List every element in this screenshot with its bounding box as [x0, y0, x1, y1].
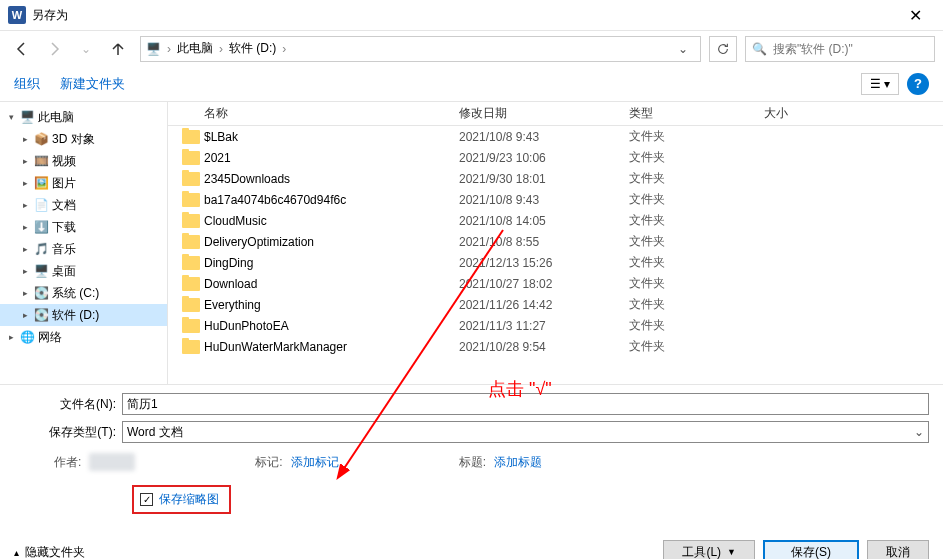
tags-value[interactable]: 添加标记 [291, 454, 339, 471]
column-type[interactable]: 类型 [629, 105, 764, 122]
filename-label: 文件名(N): [14, 396, 122, 413]
folder-icon [182, 193, 200, 207]
picture-icon: 🖼️ [32, 176, 50, 190]
tree-item[interactable]: ▸💽软件 (D:) [0, 304, 167, 326]
caret-right-icon[interactable]: ▸ [18, 310, 32, 320]
refresh-button[interactable] [709, 36, 737, 62]
tree-item[interactable]: ▸🖥️桌面 [0, 260, 167, 282]
music-icon: 🎵 [32, 242, 50, 256]
folder-icon [182, 340, 200, 354]
pc-icon: 🖥️ [145, 41, 161, 57]
hide-folders-toggle[interactable]: ▴ 隐藏文件夹 [14, 544, 85, 560]
breadcrumb-separator: › [165, 42, 173, 56]
tree-item[interactable]: ▸📦3D 对象 [0, 128, 167, 150]
breadcrumb-dropdown[interactable]: ⌄ [670, 42, 696, 56]
file-row[interactable]: 2345Downloads2021/9/30 18:01文件夹 [168, 168, 943, 189]
file-list: 名称 修改日期 类型 大小 $LBak2021/10/8 9:43文件夹2021… [168, 102, 943, 384]
caret-right-icon[interactable]: ▸ [18, 244, 32, 254]
cube-icon: 📦 [32, 132, 50, 146]
save-button[interactable]: 保存(S) [763, 540, 859, 559]
folder-icon [182, 151, 200, 165]
caret-up-icon: ▴ [14, 547, 19, 558]
chevron-down-icon: ⌄ [914, 425, 924, 439]
folder-icon [182, 277, 200, 291]
breadcrumb-current[interactable]: 软件 (D:) [225, 40, 280, 57]
caret-right-icon[interactable]: ▸ [18, 200, 32, 210]
tree-item[interactable]: ▸💽系统 (C:) [0, 282, 167, 304]
file-row[interactable]: Everything2021/11/26 14:42文件夹 [168, 294, 943, 315]
tree-item[interactable]: ▸🎵音乐 [0, 238, 167, 260]
file-row[interactable]: DingDing2021/12/13 15:26文件夹 [168, 252, 943, 273]
file-row[interactable]: HuDunWaterMarkManager2021/10/28 9:54文件夹 [168, 336, 943, 357]
caret-right-icon[interactable]: ▸ [18, 266, 32, 276]
pc-icon: 🖥️ [18, 110, 36, 124]
column-date[interactable]: 修改日期 [459, 105, 629, 122]
caret-right-icon[interactable]: ▸ [18, 156, 32, 166]
tags-label: 标记: [255, 454, 282, 471]
breadcrumb-bar[interactable]: 🖥️ › 此电脑 › 软件 (D:) › ⌄ [140, 36, 701, 62]
caret-right-icon[interactable]: ▸ [18, 288, 32, 298]
caret-right-icon[interactable]: ▸ [18, 134, 32, 144]
filename-input[interactable] [122, 393, 929, 415]
footer: ▴ 隐藏文件夹 工具(L)▼ 保存(S) 取消 [0, 534, 943, 559]
tree-item[interactable]: ▸🖼️图片 [0, 172, 167, 194]
navigation-bar: ⌄ 🖥️ › 此电脑 › 软件 (D:) › ⌄ 🔍 [0, 30, 943, 66]
file-row[interactable]: $LBak2021/10/8 9:43文件夹 [168, 126, 943, 147]
thumbnail-checkbox-highlight: ✓ 保存缩略图 [132, 485, 231, 514]
search-icon: 🔍 [752, 42, 767, 56]
thumbnail-checkbox-label: 保存缩略图 [159, 491, 219, 508]
file-row[interactable]: Download2021/10/27 18:02文件夹 [168, 273, 943, 294]
caret-right-icon[interactable]: ▸ [18, 222, 32, 232]
tree-item[interactable]: ▸🎞️视频 [0, 150, 167, 172]
caret-right-icon[interactable]: ▸ [4, 332, 18, 342]
breadcrumb-separator: › [280, 42, 288, 56]
filetype-select[interactable]: Word 文档 ⌄ [122, 421, 929, 443]
network-icon: 🌐 [18, 330, 36, 344]
column-size[interactable]: 大小 [764, 105, 844, 122]
back-button[interactable] [8, 36, 36, 62]
new-folder-button[interactable]: 新建文件夹 [60, 75, 125, 93]
search-box[interactable]: 🔍 [745, 36, 935, 62]
tree-this-pc[interactable]: ▾ 🖥️ 此电脑 [0, 106, 167, 128]
column-headers: 名称 修改日期 类型 大小 [168, 102, 943, 126]
file-row[interactable]: DeliveryOptimization2021/10/8 8:55文件夹 [168, 231, 943, 252]
tree-item[interactable]: ▸📄文档 [0, 194, 167, 216]
folder-icon [182, 235, 200, 249]
organize-menu[interactable]: 组织 [14, 75, 40, 93]
breadcrumb-root[interactable]: 此电脑 [173, 40, 217, 57]
dialog-title: 另存为 [32, 7, 895, 24]
folder-icon [182, 214, 200, 228]
column-name[interactable]: 名称 [204, 105, 459, 122]
author-value[interactable] [89, 453, 135, 471]
caret-down-icon[interactable]: ▾ [4, 112, 18, 122]
file-row[interactable]: CloudMusic2021/10/8 14:05文件夹 [168, 210, 943, 231]
title-meta-value[interactable]: 添加标题 [494, 454, 542, 471]
toolbar: 组织 新建文件夹 ☰ ▾ ? [0, 66, 943, 102]
file-row[interactable]: HuDunPhotoEA2021/11/3 11:27文件夹 [168, 315, 943, 336]
titlebar: W 另存为 ✕ [0, 0, 943, 30]
video-icon: 🎞️ [32, 154, 50, 168]
up-button[interactable] [104, 36, 132, 62]
filetype-label: 保存类型(T): [14, 424, 122, 441]
folder-icon [182, 256, 200, 270]
tree-network[interactable]: ▸ 🌐 网络 [0, 326, 167, 348]
file-row[interactable]: ba17a4074b6c4670d94f6c2021/10/8 9:43文件夹 [168, 189, 943, 210]
recent-dropdown[interactable]: ⌄ [72, 36, 100, 62]
caret-right-icon[interactable]: ▸ [18, 178, 32, 188]
folder-icon [182, 172, 200, 186]
cancel-button[interactable]: 取消 [867, 540, 929, 559]
drive-icon: 💽 [32, 308, 50, 322]
folder-tree: ▾ 🖥️ 此电脑 ▸📦3D 对象▸🎞️视频▸🖼️图片▸📄文档▸⬇️下载▸🎵音乐▸… [0, 102, 168, 384]
breadcrumb-separator: › [217, 42, 225, 56]
help-button[interactable]: ? [907, 73, 929, 95]
file-row[interactable]: 20212021/9/23 10:06文件夹 [168, 147, 943, 168]
folder-icon [182, 130, 200, 144]
view-options-button[interactable]: ☰ ▾ [861, 73, 899, 95]
forward-button[interactable] [40, 36, 68, 62]
author-label: 作者: [54, 454, 81, 471]
thumbnail-checkbox[interactable]: ✓ [140, 493, 153, 506]
tree-item[interactable]: ▸⬇️下载 [0, 216, 167, 238]
close-button[interactable]: ✕ [895, 1, 935, 29]
search-input[interactable] [773, 42, 928, 56]
tools-button[interactable]: 工具(L)▼ [663, 540, 755, 559]
